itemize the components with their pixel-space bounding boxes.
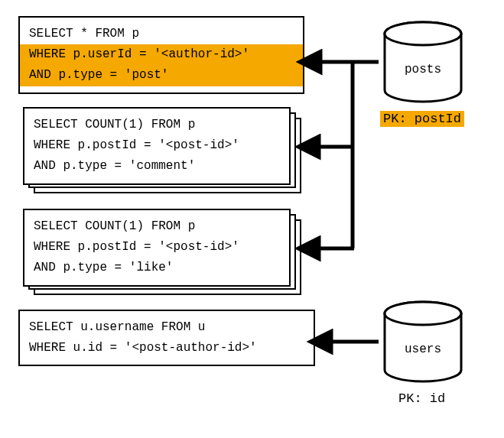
query-line: AND p.type = 'comment': [34, 156, 280, 177]
query-line: AND p.type = 'like': [34, 258, 280, 278]
pk-label-posts: PK: postId: [380, 112, 464, 126]
query-line-highlighted: WHERE p.userId = '<author-id>': [20, 44, 303, 65]
query-line: WHERE p.postId = '<post-id>': [34, 237, 280, 258]
database-label-users: users: [385, 342, 461, 356]
pk-label-users: PK: id: [398, 391, 445, 406]
query-line: SELECT COUNT(1) FROM p: [34, 115, 280, 135]
query-box-comments: SELECT COUNT(1) FROM p WHERE p.postId = …: [23, 107, 291, 185]
query-line-highlighted: AND p.type = 'post': [20, 65, 303, 86]
query-box-posts: SELECT * FROM p WHERE p.userId = '<autho…: [18, 16, 304, 94]
database-label-posts: posts: [385, 63, 461, 76]
query-box-likes: SELECT COUNT(1) FROM p WHERE p.postId = …: [23, 209, 291, 287]
query-line: SELECT * FROM p: [29, 24, 294, 44]
query-box-users: SELECT u.username FROM u WHERE u.id = '<…: [18, 310, 315, 366]
query-line: WHERE u.id = '<post-author-id>': [29, 338, 304, 359]
database-icon: [381, 20, 465, 104]
query-line: SELECT u.username FROM u: [29, 317, 304, 338]
svg-point-1: [385, 22, 461, 45]
svg-point-3: [385, 302, 461, 325]
database-icon: [381, 300, 465, 384]
query-line: WHERE p.postId = '<post-id>': [34, 135, 280, 156]
query-line: SELECT COUNT(1) FROM p: [34, 216, 280, 237]
